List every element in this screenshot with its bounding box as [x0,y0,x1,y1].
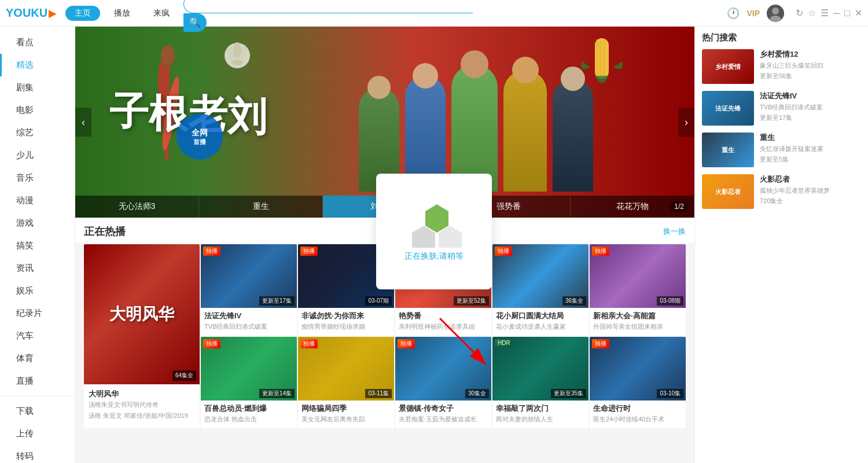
video-card-6[interactable]: 独播 03-11集 网络骗局四季 美女见网友后离奇失踪 [298,337,394,428]
video-info-3: 花小厨口圆满大结局 花小麦成功逆袭人生赢家 [492,308,589,336]
sidebar-item-juji[interactable]: 剧集 [0,76,75,99]
nav-home-button[interactable]: 主页 [65,6,100,21]
video-desc-1: 痴情男带婚纱现场求婚 [301,322,391,331]
video-card-8[interactable]: HDR 更新至35集 幸福敲了两次门 两对夫妻的烦恼人生 [492,337,589,428]
update-badge-6: 03-11集 [365,389,392,398]
large-thumb: 大明风华 64集全 [84,244,200,384]
sidebar-item-jilupian[interactable]: 纪录片 [0,302,75,325]
banner-prev-button[interactable]: ‹ [75,108,91,137]
minimize-icon[interactable]: ─ [833,8,840,19]
sidebar-item-shaoer[interactable]: 少儿 [0,144,75,167]
video-title-5: 百兽总动员·燃到爆 [204,403,293,414]
large-video-meta: 汤唯 朱亚文 邓家佳/张挺/中国/2019 [89,411,195,420]
search-input[interactable] [183,0,473,13]
hot-item-0[interactable]: 乡村爱情 乡村爱情12 象牙山三巨头爆笑回归 更新至56集 [702,49,861,84]
sidebar-item-youxi[interactable]: 游戏 [0,212,75,234]
video-thumb-8: HDR 更新至35集 [492,337,589,400]
large-video-card[interactable]: 大明风华 64集全 大明风华 汤唯朱亚文书写明代传奇 汤唯 朱亚文 邓家佳/张挺… [84,244,200,428]
character-area [359,53,648,192]
badge-line2: 首播 [193,138,206,146]
video-info-9: 生命进行时 医生24小时连续40台手术 [590,400,686,428]
hot-item-2[interactable]: 重生 重生 失忆张译拨开疑案迷雾 更新至5集 [702,133,861,167]
video-card-5[interactable]: 独播 更新至14集 百兽总动员·燃到爆 恐龙合体 热血出击 [201,337,297,428]
video-desc-9: 医生24小时连续40台手术 [593,415,682,424]
video-thumb-9: 独播 03-10集 [590,337,686,400]
large-badge: 64集全 [172,370,196,381]
video-thumb-7: 独播 30集全 [395,337,491,400]
video-card-4[interactable]: 独播 03-08期 新相亲大会·高能篇 外国帅哥美女组团来相亲 [590,244,686,336]
search-button[interactable]: 🔍 [183,13,207,32]
hot-desc-2: 失忆张译拨开疑案迷雾 [760,145,861,153]
sidebar-item-xiazai[interactable]: 下载 [0,400,75,422]
window-controls: ↻ ☆ ☰ ─ □ ✕ [796,8,862,19]
hot-desc-1: TVB经典回归港式破案 [760,103,861,112]
svg-point-11 [233,42,241,57]
hdr-badge-8: HDR [495,339,513,347]
history-icon[interactable]: 🕐 [727,7,740,20]
sidebar-item-gaoxiao[interactable]: 搞笑 [0,234,75,257]
hot-info-0: 乡村爱情12 象牙山三巨头爆笑回归 更新至56集 [760,49,861,84]
video-card-9[interactable]: 独播 03-10集 生命进行时 医生24小时连续40台手术 [590,337,686,428]
sidebar-item-shangchuan[interactable]: 上传 [0,422,75,445]
exclusive-badge-6: 独播 [300,339,318,348]
sidebar-item-zixun[interactable]: 资讯 [0,257,75,280]
exclusive-badge-9: 独播 [592,339,609,348]
banner-tab-0[interactable]: 无心法师3 [75,196,199,218]
sidebar-item-dongman[interactable]: 动漫 [0,189,75,212]
nav-play-button[interactable]: 播放 [105,6,139,21]
hot-info-2: 重生 失忆张译拨开疑案迷雾 更新至5集 [760,133,861,167]
video-desc-0: TVB经典回归港式破案 [204,322,293,331]
menu-icon[interactable]: ☰ [821,8,829,19]
hot-thumb-3: 火影忍者 [702,174,754,209]
avatar[interactable] [767,5,784,22]
sidebar-item-yinyue[interactable]: 音乐 [0,167,75,189]
banner-tab-1[interactable]: 重生 [199,196,323,218]
section-more-button[interactable]: 换一换 [663,226,686,237]
sidebar-item-jingxuan[interactable]: 精选 [0,54,75,76]
sidebar-item-dianying[interactable]: 电影 [0,99,75,122]
video-thumb-3: 独播 36集全 [492,244,589,308]
close-icon[interactable]: ✕ [855,8,862,19]
video-card-0[interactable]: 独播 更新至17集 法证先锋IV TVB经典回归港式破案 [201,244,297,336]
sidebar-item-zongyi[interactable]: 综艺 [0,122,75,144]
search-bar: 🔍 [183,0,473,32]
video-desc-6: 美女见网友后离奇失踪 [301,415,391,424]
badge-line1: 全网 [192,127,208,138]
banner-next-button[interactable]: › [678,108,694,137]
hot-desc-0: 象牙山三巨头爆笑回归 [760,61,861,70]
large-video-desc: 汤唯朱亚文书写明代传奇 [89,400,195,409]
video-desc-5: 恐龙合体 热血出击 [204,415,293,424]
update-badge-9: 03-10集 [657,389,683,398]
sidebar-item-zhibo[interactable]: 直播 [0,370,75,392]
vip-button[interactable]: VIP [746,9,760,18]
video-desc-2: 亲利明投神秘药包追查具凶 [399,322,488,331]
video-title-0: 法证先锋IV [204,311,293,321]
garlic-decoration [220,38,255,75]
sidebar-item-tiyu[interactable]: 体育 [0,347,75,370]
hot-item-3[interactable]: 火影忍者 火影忍者 孤独少年忍者世界英雄梦 720集全 [702,174,861,209]
nav-live-button[interactable]: 来疯 [144,6,179,21]
hot-update-1: 更新至17集 [760,113,861,122]
maximize-icon[interactable]: □ [844,8,850,19]
bookmark-icon[interactable]: ☆ [808,8,816,19]
video-thumb-0: 独播 更新至17集 [201,244,297,308]
video-card-3[interactable]: 独播 36集全 花小厨口圆满大结局 花小麦成功逆袭人生赢家 [492,244,589,336]
video-card-7[interactable]: 独播 30集全 景德镇·传奇女子 夫君痴案·玉茹为爱被迫成长 [395,337,491,428]
video-thumb-4: 独播 03-08期 [590,244,686,308]
video-title-4: 新相亲大会·高能篇 [593,311,682,321]
hot-update-3: 720集全 [760,197,861,205]
video-title-1: 非诚勿扰·为你而来 [301,311,391,321]
logo[interactable]: YOUKU ▶ [6,6,57,20]
sidebar-item-kandian[interactable]: 看点 [0,31,75,54]
refresh-icon[interactable]: ↻ [796,8,803,19]
sidebar-item-zhuanma[interactable]: 转码 [0,445,75,463]
update-badge-7: 30集全 [465,389,489,398]
hot-thumb-1: 法证先锋 [702,91,754,126]
hot-thumb-0: 乡村爱情 [702,49,754,84]
loading-animation [411,201,457,242]
hot-item-1[interactable]: 法证先锋 法证先锋IV TVB经典回归港式破案 更新至17集 [702,91,861,126]
sidebar-item-yule[interactable]: 娱乐 [0,280,75,302]
hot-title-2: 重生 [760,133,861,143]
video-thumb-6: 独播 03-11集 [298,337,394,400]
sidebar-item-qiche[interactable]: 汽车 [0,325,75,347]
